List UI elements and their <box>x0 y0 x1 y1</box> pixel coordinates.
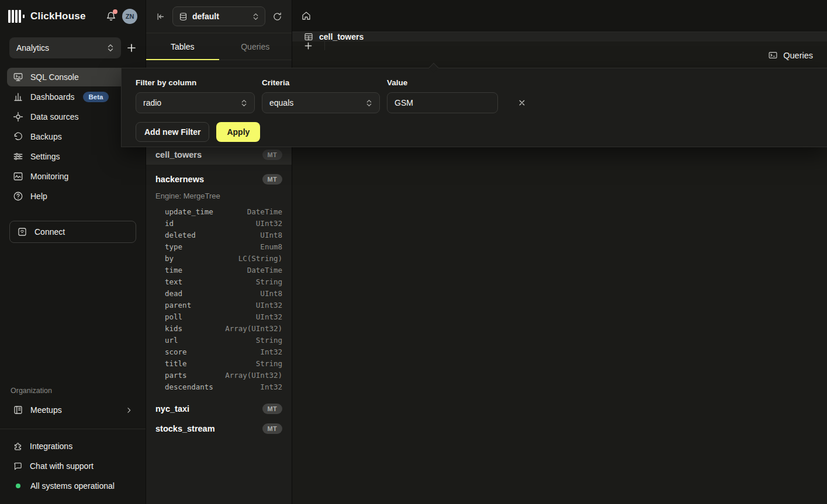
schema-row: type Enum8 <box>165 241 282 253</box>
sidebar-item-help[interactable]: Help <box>7 187 139 206</box>
beta-badge: Beta <box>83 92 109 102</box>
column-type: UInt32 <box>256 300 282 311</box>
sidebar-header: ClickHouse ZN <box>0 0 146 33</box>
document-tabstrip <box>292 0 827 32</box>
sidebar-item-dashboards[interactable]: Dashboards Beta <box>7 88 139 106</box>
column-type: UInt32 <box>256 218 282 230</box>
sidebar-item-monitoring[interactable]: Monitoring <box>7 167 139 186</box>
system-status-link[interactable]: All systems operational <box>7 477 139 495</box>
schema-row: parent UInt32 <box>165 300 282 311</box>
schema-list: update_time DateTime id UInt32 deleted U… <box>146 201 292 399</box>
sidebar-item-backups[interactable]: Backups <box>7 127 139 146</box>
sidebar-divider <box>0 429 146 429</box>
tab-queries[interactable]: Queries <box>219 33 292 60</box>
tab-tables[interactable]: Tables <box>146 33 219 60</box>
column-name: text <box>165 276 182 288</box>
column-type: DateTime <box>247 265 282 276</box>
system-status-label: All systems operational <box>30 481 115 491</box>
filter-value-input[interactable] <box>387 92 498 113</box>
column-name: type <box>165 241 182 253</box>
column-name: parts <box>165 370 187 381</box>
sidebar-item-label: Monitoring <box>30 172 68 181</box>
sql-console-icon <box>13 72 23 82</box>
database-name: default <box>192 12 248 21</box>
schema-row: descendants Int32 <box>165 381 282 393</box>
column-type: Array(UInt32) <box>225 370 282 381</box>
column-name: descendants <box>165 381 213 393</box>
apply-filter-button[interactable]: Apply <box>216 122 260 142</box>
column-type: String <box>256 276 282 288</box>
schema-row: poll UInt32 <box>165 311 282 323</box>
add-service-button[interactable] <box>127 43 136 53</box>
workspace-select[interactable]: Analytics <box>9 37 121 58</box>
queries-button-label: Queries <box>783 51 813 60</box>
avatar[interactable]: ZN <box>122 9 137 24</box>
sidebar-item-data-sources[interactable]: Data sources <box>7 107 139 126</box>
sidebar-item-label: Help <box>30 192 47 201</box>
help-icon <box>13 191 23 201</box>
explorer-topbar: default <box>146 0 292 33</box>
database-select[interactable]: default <box>172 6 265 26</box>
schema-row: time DateTime <box>165 265 282 276</box>
column-type: Int32 <box>260 381 282 393</box>
new-tab-button[interactable] <box>292 41 325 50</box>
column-name: id <box>165 218 174 230</box>
column-name: parent <box>165 300 191 311</box>
chevron-updown-icon <box>241 99 247 107</box>
notifications-bell-icon[interactable] <box>106 11 116 22</box>
integrations-link[interactable]: Integrations <box>7 437 139 455</box>
schema-row: score Int32 <box>165 346 282 358</box>
column-type: LC(String) <box>238 253 282 265</box>
filter-criteria-label: Criteria <box>262 78 380 87</box>
engine-label: Engine: MergeTree <box>146 189 292 201</box>
filter-column-label: Filter by column <box>136 78 255 87</box>
notification-dot <box>113 9 117 14</box>
column-type: String <box>256 358 282 370</box>
schema-row: parts Array(UInt32) <box>165 370 282 381</box>
explorer-tabs: Tables Queries <box>146 33 292 60</box>
chevron-updown-icon <box>366 99 372 107</box>
refresh-tables-icon[interactable] <box>272 12 282 22</box>
sidebar-item-settings[interactable]: Settings <box>7 147 139 166</box>
home-icon <box>301 11 312 21</box>
status-green-dot-icon <box>16 484 20 488</box>
add-new-filter-button[interactable]: Add new Filter <box>136 122 209 142</box>
home-button[interactable] <box>292 0 320 32</box>
backups-icon <box>13 131 23 142</box>
chevron-updown-icon <box>107 44 114 52</box>
chat-support-link[interactable]: Chat with support <box>7 457 139 475</box>
schema-row: by LC(String) <box>165 253 282 265</box>
column-name: update_time <box>165 206 213 218</box>
brand-title: ClickHouse <box>30 11 86 22</box>
column-name: by <box>165 253 174 265</box>
tab-cell-towers[interactable]: cell_towers <box>292 32 827 41</box>
remove-filter-button[interactable] <box>513 92 531 113</box>
column-type: Array(UInt32) <box>225 323 282 335</box>
schema-row: title String <box>165 358 282 370</box>
settings-sliders-icon <box>13 151 23 162</box>
connect-button[interactable]: Connect <box>9 221 136 243</box>
column-name: title <box>165 358 187 370</box>
collapse-panel-icon[interactable] <box>155 12 165 22</box>
filter-value-label: Value <box>387 78 498 87</box>
schema-row: url String <box>165 335 282 346</box>
sidebar-item-meetups[interactable]: Meetups <box>7 401 139 419</box>
organization-label: Organization <box>0 387 146 395</box>
schema-row: deleted UInt8 <box>165 230 282 241</box>
table-item-nyc-taxi[interactable]: nyc_taxi MT <box>146 399 292 419</box>
filter-criteria-select[interactable]: equals <box>262 92 380 113</box>
mergetree-badge: MT <box>262 423 282 434</box>
sidebar-item-label: SQL Console <box>30 72 79 82</box>
chevron-right-icon <box>125 406 133 414</box>
column-name: deleted <box>165 230 196 241</box>
queries-button[interactable]: Queries <box>768 50 813 60</box>
table-item-hackernews[interactable]: hackernews MT <box>146 169 292 189</box>
filter-column-select[interactable]: radio <box>136 92 255 113</box>
column-name: poll <box>165 311 182 323</box>
sidebar-footer: Integrations Chat with support All syste… <box>0 437 146 504</box>
table-item-cell-towers[interactable]: cell_towers MT <box>146 145 292 165</box>
mergetree-badge: MT <box>262 404 282 414</box>
table-item-stocks-stream[interactable]: stocks_stream MT <box>146 419 292 439</box>
sidebar-item-sql-console[interactable]: SQL Console <box>7 68 139 86</box>
schema-row: kids Array(UInt32) <box>165 323 282 335</box>
